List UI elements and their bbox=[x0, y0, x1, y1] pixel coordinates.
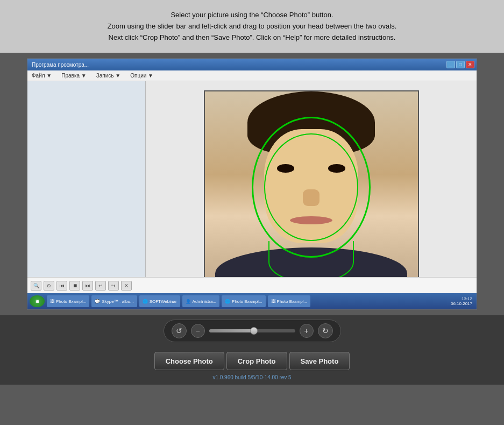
rotate-left-button[interactable]: ↺ bbox=[172, 323, 187, 338]
zoom-controls: ↺ − + ↻ bbox=[164, 320, 341, 342]
photo-display-area[interactable] bbox=[146, 81, 477, 309]
toolbar-zoom-reset[interactable]: ⊙ bbox=[44, 281, 54, 291]
toolbar-next[interactable]: ⏭ bbox=[82, 281, 93, 291]
menu-options[interactable]: Опции ▼ bbox=[128, 72, 155, 80]
window-toolbar-bottom: 🔍 ⊙ ⏮ ⏹ ⏭ ↩ ↪ ✕ bbox=[27, 277, 477, 293]
version-label: v1.0.960 build 5/5/10-14.00 rev 5 bbox=[212, 374, 291, 380]
toolbar-prev[interactable]: ⏮ bbox=[56, 281, 67, 291]
save-photo-button[interactable]: Save Photo bbox=[289, 352, 350, 370]
zoom-in-button[interactable]: + bbox=[300, 324, 314, 338]
window-titlebar: Програма просмотра... _ □ ✕ bbox=[27, 59, 477, 70]
taskbar-item-4[interactable]: 👤 Administra... bbox=[182, 295, 219, 307]
close-button[interactable]: ✕ bbox=[466, 61, 474, 68]
toolbar-undo[interactable]: ↩ bbox=[95, 281, 106, 291]
version-info: v1.0.960 build 5/5/10-14.00 rev 5 bbox=[0, 374, 504, 385]
menu-edit[interactable]: Правка ▼ bbox=[59, 72, 88, 80]
taskbar-item-6[interactable]: 🖼 Photo Exampl... bbox=[268, 295, 310, 307]
minimize-button[interactable]: _ bbox=[446, 61, 455, 68]
taskbar-clock: 13:12 06.10.2017 bbox=[451, 296, 474, 306]
start-button[interactable]: ⊞ bbox=[30, 295, 45, 307]
window-menubar: Файл ▼ Правка ▼ Запись ▼ Опции ▼ bbox=[27, 70, 477, 81]
choose-photo-button[interactable]: Choose Photo bbox=[154, 352, 224, 370]
plus-icon: + bbox=[304, 327, 308, 335]
instruction-line3: Next click “Crop Photo” and then “Save P… bbox=[43, 32, 461, 44]
menu-file[interactable]: Файл ▼ bbox=[30, 72, 54, 80]
toolbar-close[interactable]: ✕ bbox=[121, 281, 132, 291]
toolbar-play[interactable]: ⏹ bbox=[69, 281, 80, 291]
maximize-button[interactable]: □ bbox=[456, 61, 465, 68]
rotate-right-button[interactable]: ↻ bbox=[318, 323, 333, 338]
photo-frame bbox=[204, 90, 419, 300]
window-content bbox=[27, 81, 477, 309]
crop-photo-button[interactable]: Crop Photo bbox=[226, 352, 287, 370]
taskbar-item-2[interactable]: 💬 Skype™ - albo... bbox=[91, 295, 137, 307]
taskbar-item-1[interactable]: 🖼 Photo Exampl... bbox=[47, 295, 89, 307]
chin-line-guide bbox=[268, 241, 353, 282]
zoom-out-button[interactable]: − bbox=[191, 324, 205, 338]
window-sidebar bbox=[27, 81, 146, 309]
screenshot-window: Програма просмотра... _ □ ✕ Файл ▼ Правк… bbox=[27, 58, 477, 310]
windows-taskbar: ⊞ 🖼 Photo Exampl... 💬 Skype™ - albo... 🌐… bbox=[27, 293, 477, 309]
oval-inner-guide bbox=[264, 133, 358, 242]
zoom-slider-thumb[interactable] bbox=[250, 327, 258, 335]
minus-icon: − bbox=[195, 327, 200, 335]
instruction-line2: Zoom using the slider bar and left-click… bbox=[43, 21, 461, 32]
zoom-slider-area: ↺ − + ↻ bbox=[0, 315, 504, 346]
window-controls: _ □ ✕ bbox=[446, 61, 474, 68]
rotate-right-icon: ↻ bbox=[322, 327, 329, 335]
instruction-line1: Select your picture using the “Choose Ph… bbox=[43, 10, 461, 21]
menu-record[interactable]: Запись ▼ bbox=[94, 72, 123, 80]
toolbar-redo[interactable]: ↪ bbox=[108, 281, 119, 291]
bottom-buttons-area: Choose Photo Crop Photo Save Photo bbox=[0, 346, 504, 374]
zoom-slider-fill bbox=[209, 329, 252, 332]
zoom-slider[interactable] bbox=[209, 329, 295, 332]
taskbar-item-3[interactable]: 🌐 SOFTWebinar bbox=[139, 295, 180, 307]
window-title: Програма просмотра... bbox=[30, 62, 446, 68]
toolbar-zoom-in[interactable]: 🔍 bbox=[31, 281, 41, 291]
instructions-panel: Select your picture using the “Choose Ph… bbox=[0, 0, 504, 53]
rotate-left-icon: ↺ bbox=[176, 327, 182, 335]
person-photo bbox=[205, 91, 418, 299]
screenshot-container: Програма просмотра... _ □ ✕ Файл ▼ Правк… bbox=[0, 53, 504, 315]
taskbar-item-5[interactable]: 🌐 Photo Exampl... bbox=[222, 295, 265, 307]
